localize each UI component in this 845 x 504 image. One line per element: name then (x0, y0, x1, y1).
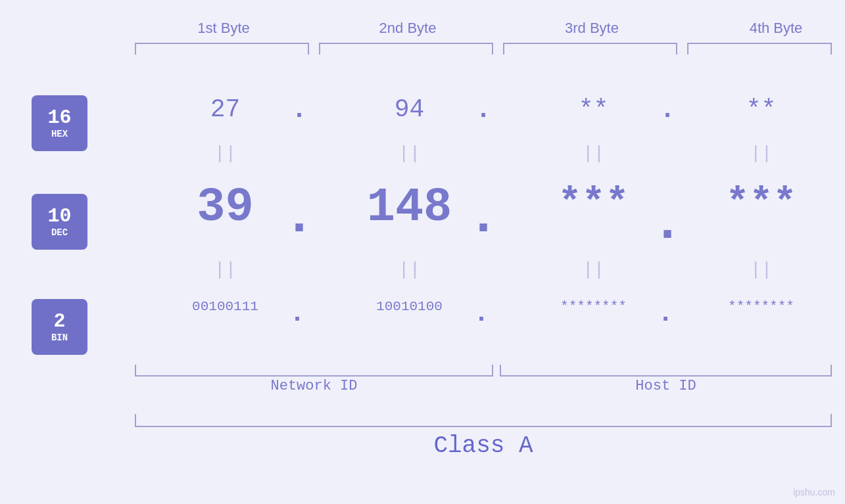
host-id-label: Host ID (500, 378, 832, 394)
badge-bin: 2 BIN (32, 299, 87, 355)
badge-dec-label: DEC (51, 227, 68, 238)
bin-dot3: . (649, 299, 682, 329)
badge-dec: 10 DEC (32, 194, 87, 250)
bin-col4: ******** (687, 299, 835, 314)
eq1-col4: || (687, 143, 835, 164)
eq2-col1: || (138, 260, 312, 280)
byte2-header: 2nd Byte (322, 20, 493, 37)
hex-col4: ** (687, 95, 835, 124)
bracket-top-2 (319, 43, 493, 55)
badge-hex: 16 HEX (32, 95, 87, 151)
watermark: ipshu.com (793, 487, 835, 497)
dec-col4: *** (687, 181, 835, 225)
eq1-col3: || (506, 143, 681, 164)
bracket-top-1 (135, 43, 309, 55)
bracket-bottom-host (500, 365, 832, 377)
dec-dot2: . (464, 187, 503, 247)
bin-dot2: . (465, 299, 498, 329)
dec-dot1: . (279, 187, 319, 247)
badge-dec-num: 10 (47, 206, 71, 227)
bin-dot1: . (281, 299, 314, 329)
badge-bin-num: 2 (53, 311, 65, 332)
byte3-header: 3rd Byte (506, 20, 677, 37)
bracket-bottom-class (135, 414, 832, 427)
class-label: Class A (135, 432, 832, 459)
hex-dot2: . (467, 95, 500, 125)
eq1-col1: || (138, 143, 312, 164)
bracket-top-3 (503, 43, 677, 55)
eq2-col4: || (687, 260, 835, 280)
byte1-header: 1st Byte (138, 20, 309, 37)
eq1-col2: || (322, 143, 496, 164)
badge-hex-label: HEX (51, 129, 68, 139)
eq2-col2: || (322, 260, 496, 280)
badge-hex-num: 16 (47, 107, 71, 129)
network-id-label: Network ID (135, 378, 493, 394)
badge-bin-label: BIN (51, 332, 68, 343)
main-page: 1st Byte 2nd Byte 3rd Byte 4th Byte 16 H… (0, 0, 845, 504)
byte4-header: 4th Byte (690, 20, 845, 37)
dec-dot3: . (648, 194, 687, 254)
bracket-top-4 (687, 43, 832, 55)
hex-dot3: . (651, 95, 684, 125)
bracket-bottom-network (135, 365, 493, 377)
eq2-col3: || (506, 260, 681, 280)
hex-dot1: . (283, 95, 316, 125)
